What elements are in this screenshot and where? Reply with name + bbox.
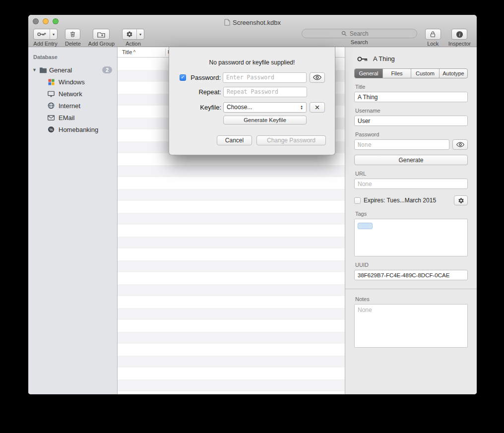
password-row: ✓ Password: (180, 72, 325, 83)
disclosure-triangle-icon[interactable]: ▼ (32, 67, 37, 72)
expires-settings-button[interactable] (454, 195, 468, 205)
keyfile-dropdown[interactable]: Choose... ▴ ▾ (223, 102, 307, 113)
column-header-title[interactable]: Title^ (118, 49, 163, 55)
toolbar-item-add-group: Add Group (88, 29, 115, 47)
password-field[interactable] (354, 139, 449, 150)
tab-autotype[interactable]: Autotype (440, 69, 467, 78)
url-field[interactable] (354, 179, 468, 189)
keyfile-selected-value: Choose... (227, 104, 252, 111)
add-entry-button[interactable]: ▾ (33, 29, 58, 40)
info-icon: i (456, 31, 463, 38)
svg-text:i: i (459, 32, 460, 37)
inspector-tabs: General Files Custom Autotype (354, 68, 468, 78)
tab-files[interactable]: Files (383, 69, 411, 78)
sidebar-item-label: Homebanking (59, 126, 98, 133)
lock-button[interactable] (425, 29, 441, 40)
sheet-password-input[interactable] (223, 72, 307, 83)
sidebar-item-label: Internet (59, 102, 80, 110)
window-title: Screenshot.kdbx (233, 19, 281, 26)
sidebar-item-email[interactable]: EMail (28, 112, 117, 124)
sidebar-item-network[interactable]: Network (28, 88, 117, 100)
sheet-keyfile-label: Keyfile: (189, 104, 221, 111)
percent-coin-icon: % (47, 125, 55, 133)
generate-keyfile-button[interactable]: Generate Keyfile (223, 116, 307, 124)
uuid-field[interactable] (354, 270, 468, 280)
action-dropdown-arrow[interactable]: ▾ (136, 29, 144, 39)
toolbar-item-inspector: i Inspector (448, 29, 471, 47)
chevron-down-icon: ▾ (301, 107, 303, 110)
monitor-icon (47, 90, 55, 98)
window-chrome: Screenshot.kdbx ▾ Add Entry (28, 15, 477, 47)
password-label: Password (355, 131, 468, 137)
stepper-arrows: ▴ ▾ (298, 105, 306, 110)
clear-keyfile-button[interactable]: × (310, 102, 325, 113)
sheet-reveal-password-button[interactable] (310, 72, 325, 83)
tags-label: Tags (355, 211, 468, 217)
repeat-row: Repeat: (180, 86, 325, 97)
padlock-icon (430, 31, 436, 38)
lock-label: Lock (427, 41, 439, 47)
action-button[interactable]: ▾ (122, 29, 144, 40)
inspector-panel: A Thing General Files Custom Autotype Ti… (345, 47, 477, 394)
tab-general[interactable]: General (355, 69, 383, 78)
search-field[interactable] (302, 29, 417, 38)
sidebar-group-general[interactable]: ▼ General 2 (28, 64, 117, 76)
toolbar-item-add-entry: ▾ Add Entry (33, 29, 58, 47)
title-label: Title (355, 84, 468, 90)
uuid-label: UUID (355, 262, 468, 268)
expires-label: Expires: Tues...March 2015 (364, 197, 451, 204)
column-divider[interactable] (165, 49, 166, 56)
sheet-password-label: Password: (188, 74, 221, 81)
sort-ascending-icon: ^ (133, 50, 135, 55)
globe-icon (47, 102, 55, 110)
action-label: Action (126, 41, 141, 47)
titlebar[interactable]: Screenshot.kdbx (28, 15, 477, 28)
svg-text:%: % (50, 127, 53, 132)
toolbar-item-action: ▾ Action (122, 29, 144, 47)
entry-title: A Thing (373, 55, 395, 62)
expires-row: Expires: Tues...March 2015 (354, 195, 468, 205)
sidebar-item-windows[interactable]: Windows (28, 76, 117, 88)
tags-box[interactable] (354, 219, 468, 256)
gear-icon (123, 29, 136, 39)
sidebar-item-homebanking[interactable]: % Homebanking (28, 124, 117, 135)
trash-icon (69, 31, 76, 38)
notes-field[interactable] (354, 304, 468, 348)
reveal-password-button[interactable] (452, 139, 468, 150)
generate-password-button[interactable]: Generate (354, 155, 468, 165)
expires-checkbox[interactable] (354, 197, 361, 204)
sidebar-group-label: General (49, 66, 72, 74)
group-count-badge: 2 (102, 66, 112, 73)
add-group-button[interactable] (93, 29, 110, 40)
folder-icon (39, 66, 47, 74)
folder-plus-icon (97, 31, 105, 38)
search-input[interactable] (349, 30, 378, 38)
sheet-repeat-input[interactable] (223, 87, 307, 97)
title-field[interactable] (354, 92, 468, 102)
eye-icon (313, 74, 321, 80)
eye-icon (456, 142, 464, 147)
toolbar: ▾ Add Entry Delete Add Group (28, 28, 477, 47)
tag-token[interactable] (358, 223, 373, 229)
app-window: Screenshot.kdbx ▾ Add Entry (28, 15, 477, 394)
close-x-icon: × (315, 103, 320, 112)
tab-custom[interactable]: Custom (411, 69, 440, 78)
cancel-button[interactable]: Cancel (217, 135, 252, 145)
inspector-header: A Thing (357, 55, 468, 62)
url-label: URL (355, 171, 468, 177)
document-icon (224, 19, 230, 26)
keyfile-row: Keyfile: Choose... ▴ ▾ × (180, 102, 325, 113)
sheet-message: No password or keyfile supplied! (169, 59, 335, 66)
search-label: Search (351, 39, 368, 45)
sidebar-item-label: Windows (59, 78, 85, 86)
add-entry-label: Add Entry (33, 41, 57, 47)
envelope-icon (47, 114, 55, 122)
username-field[interactable] (354, 116, 468, 126)
toolbar-item-delete: Delete (65, 29, 81, 47)
password-checkbox[interactable]: ✓ (180, 74, 186, 81)
add-entry-dropdown-arrow[interactable]: ▾ (50, 29, 57, 39)
change-password-button[interactable]: Change Password (256, 135, 326, 145)
delete-button[interactable] (65, 29, 80, 40)
inspector-button[interactable]: i (451, 29, 467, 40)
sidebar-item-internet[interactable]: Internet (28, 100, 117, 112)
